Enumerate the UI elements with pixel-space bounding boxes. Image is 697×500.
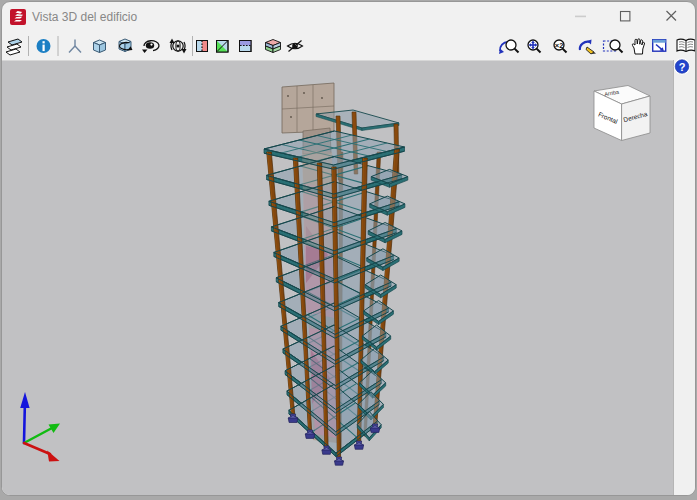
svg-text:?: ? xyxy=(679,61,686,73)
svg-text:×2: ×2 xyxy=(555,41,564,50)
svg-text:Vista 3D del edificio: Vista 3D del edificio xyxy=(32,10,137,24)
